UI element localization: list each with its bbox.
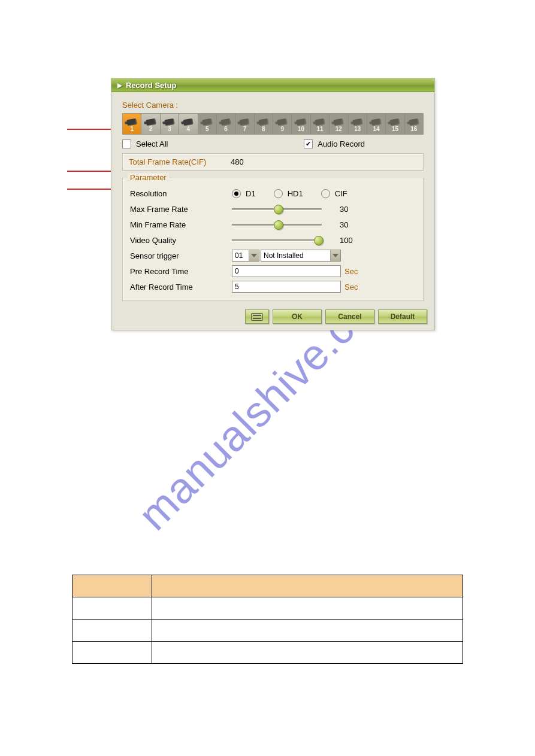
table-cell xyxy=(152,620,463,642)
camera-number: 3 xyxy=(168,126,171,133)
camera-icon xyxy=(371,119,381,126)
camera-button-7[interactable]: 7 xyxy=(235,114,254,134)
camera-icon xyxy=(390,119,400,126)
camera-button-14[interactable]: 14 xyxy=(367,114,386,134)
camera-icon xyxy=(334,119,344,126)
camera-icon xyxy=(220,119,231,126)
table-row xyxy=(72,620,463,642)
table-cell xyxy=(72,597,152,620)
camera-number: 14 xyxy=(373,126,380,133)
table-cell xyxy=(152,642,463,664)
min-frame-rate-row: Min Frame Rate 30 xyxy=(130,217,416,232)
resolution-radio-d1[interactable]: D1 xyxy=(232,189,256,198)
total-frame-rate-value: 480 xyxy=(231,157,244,166)
ok-button[interactable]: OK xyxy=(273,309,322,324)
after-record-time-row: After Record Time 5 Sec xyxy=(130,279,416,294)
table-header-row xyxy=(72,575,463,597)
camera-number: 9 xyxy=(280,126,284,133)
select-all-checkbox[interactable] xyxy=(122,139,131,148)
sensor-trigger-row: Sensor trigger 01 Not Installed xyxy=(130,248,416,263)
camera-icon xyxy=(315,119,325,126)
slider-knob-icon xyxy=(314,236,324,245)
camera-number: 10 xyxy=(298,126,304,133)
record-setup-dialog: ▶ Record Setup Select Camera : 1 2 3 4 5… xyxy=(111,78,435,330)
camera-number: 2 xyxy=(149,126,153,133)
camera-icon xyxy=(240,119,250,126)
camera-button-2[interactable]: 2 xyxy=(141,114,160,134)
ok-button-label: OK xyxy=(292,312,303,321)
sec-unit: Sec xyxy=(344,267,358,276)
max-frame-rate-value: 30 xyxy=(322,205,376,214)
radio-icon xyxy=(232,189,241,198)
description-table xyxy=(72,575,463,664)
after-record-time-input[interactable]: 5 xyxy=(232,281,341,293)
total-frame-rate-label: Total Frame Rate(CIF) xyxy=(129,157,231,166)
camera-selector-row: 1 2 3 4 5 6 7 8 9 10 11 12 13 14 15 16 xyxy=(122,113,424,135)
resolution-radio-cif[interactable]: CIF xyxy=(321,189,347,198)
camera-number: 16 xyxy=(410,126,417,133)
min-frame-rate-label: Min Frame Rate xyxy=(130,220,232,229)
slider-knob-icon xyxy=(274,220,283,230)
table-row xyxy=(72,642,463,664)
table-cell xyxy=(72,642,152,664)
camera-number: 6 xyxy=(224,126,228,133)
camera-button-12[interactable]: 12 xyxy=(330,114,348,134)
camera-icon xyxy=(146,119,156,126)
video-quality-slider[interactable] xyxy=(232,236,322,244)
resolution-radio-hd1[interactable]: HD1 xyxy=(274,189,303,198)
select-all-label: Select All xyxy=(136,139,168,148)
camera-button-8[interactable]: 8 xyxy=(255,114,273,134)
sec-unit: Sec xyxy=(344,283,358,292)
sensor-trigger-label: Sensor trigger xyxy=(130,251,232,260)
camera-icon xyxy=(277,119,287,126)
total-frame-rate-box: Total Frame Rate(CIF) 480 xyxy=(122,153,424,171)
camera-icon xyxy=(183,119,194,126)
parameter-group: Parameter Resolution D1 HD1 CIF Max Fram… xyxy=(122,178,424,301)
audio-record-checkbox[interactable] xyxy=(304,139,313,148)
min-frame-rate-slider[interactable] xyxy=(232,220,322,229)
dialog-body: Select Camera : 1 2 3 4 5 6 7 8 9 10 11 … xyxy=(111,92,434,305)
camera-button-16[interactable]: 16 xyxy=(405,114,423,134)
camera-button-6[interactable]: 6 xyxy=(217,114,235,134)
slider-knob-icon xyxy=(274,205,283,214)
video-quality-value: 100 xyxy=(322,236,376,245)
max-frame-rate-slider[interactable] xyxy=(232,205,322,213)
camera-icon xyxy=(126,119,137,126)
camera-number: 13 xyxy=(354,126,361,133)
onscreen-keyboard-button[interactable] xyxy=(245,309,269,324)
dialog-button-row: OK Cancel Default xyxy=(111,305,434,330)
sensor-trigger-status-select[interactable]: Not Installed xyxy=(261,250,341,262)
sensor-trigger-number-select[interactable]: 01 xyxy=(232,250,259,262)
min-frame-rate-value: 30 xyxy=(322,220,376,229)
camera-button-5[interactable]: 5 xyxy=(198,114,217,134)
resolution-option-label: HD1 xyxy=(288,189,303,198)
pre-record-time-label: Pre Record Time xyxy=(130,267,232,276)
camera-button-1[interactable]: 1 xyxy=(123,114,141,134)
parameter-legend: Parameter xyxy=(128,173,169,182)
camera-icon xyxy=(352,119,362,126)
after-record-time-value: 5 xyxy=(235,283,239,291)
resolution-row: Resolution D1 HD1 CIF xyxy=(130,186,416,201)
camera-button-9[interactable]: 9 xyxy=(273,114,292,134)
sensor-trigger-status-value: Not Installed xyxy=(261,251,330,260)
page: manualshive.com ▶ Record Setup Select Ca… xyxy=(0,0,535,756)
video-quality-label: Video Quality xyxy=(130,236,232,245)
default-button-label: Default xyxy=(391,312,415,321)
camera-button-10[interactable]: 10 xyxy=(292,114,310,134)
camera-button-4[interactable]: 4 xyxy=(179,114,198,134)
camera-button-11[interactable]: 11 xyxy=(311,114,330,134)
default-button[interactable]: Default xyxy=(378,309,427,324)
cancel-button[interactable]: Cancel xyxy=(325,309,374,324)
checkbox-row: Select All Audio Record xyxy=(122,139,424,148)
radio-icon xyxy=(274,189,283,198)
video-quality-row: Video Quality 100 xyxy=(130,232,416,248)
camera-button-13[interactable]: 13 xyxy=(349,114,367,134)
camera-number: 11 xyxy=(316,126,323,133)
resolution-option-label: D1 xyxy=(246,189,256,198)
camera-button-15[interactable]: 15 xyxy=(386,114,404,134)
camera-button-3[interactable]: 3 xyxy=(161,114,179,134)
camera-icon xyxy=(202,119,212,126)
pre-record-time-input[interactable]: 0 xyxy=(232,265,341,277)
table-cell xyxy=(72,620,152,642)
max-frame-rate-row: Max Frame Rate 30 xyxy=(130,201,416,217)
